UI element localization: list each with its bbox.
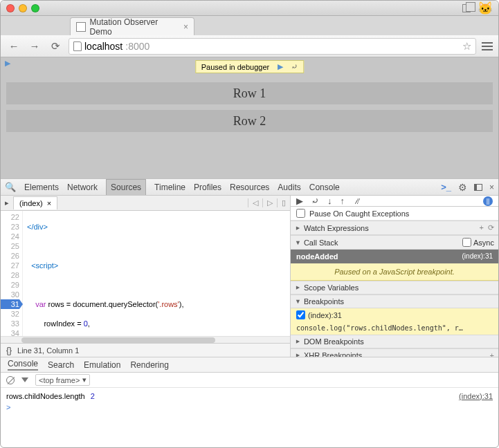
step-into-button[interactable]: ↓ — [327, 196, 332, 206]
fullscreen-icon[interactable] — [462, 4, 471, 12]
tab-timeline[interactable]: Timeline — [154, 183, 185, 192]
devtools-drawer: Console Search Emulation Rendering <top … — [1, 357, 498, 434]
page-row: Row 2 — [6, 110, 493, 132]
devtools: 🔍 Elements Network Sources Timeline Prof… — [1, 178, 498, 448]
paused-label: Paused in debugger — [201, 63, 269, 71]
tab-resources[interactable]: Resources — [230, 183, 269, 192]
window-titlebar: 🐱 — [1, 1, 498, 16]
console-value: 2 — [91, 392, 95, 400]
console-source-link[interactable]: (index):31 — [459, 392, 493, 400]
resume-button[interactable]: ▶ — [296, 196, 303, 206]
tab-profiles[interactable]: Profiles — [194, 183, 221, 192]
horizontal-scrollbar[interactable] — [1, 336, 290, 343]
breakpoints-section-header[interactable]: ▼Breakpoints — [291, 295, 498, 308]
profile-icon[interactable]: 🐱 — [478, 1, 493, 16]
line-gutter[interactable]: 2223 2425 2627 2829 3031 3233 3435 3637 — [1, 211, 23, 336]
browser-toolbar: ← → ⟳ localhost:8000 ☆ — [1, 35, 498, 57]
url-port: :8000 — [125, 41, 149, 52]
clear-console-icon[interactable] — [6, 376, 15, 384]
reload-button[interactable]: ⟳ — [48, 39, 63, 54]
browser-tab[interactable]: Mutation Observer Demo × — [70, 17, 194, 35]
async-checkbox[interactable] — [462, 238, 471, 247]
settings-icon[interactable]: ⚙ — [458, 182, 467, 193]
cursor-position: Line 31, Column 1 — [17, 346, 79, 355]
editor-statusbar: {} Line 31, Column 1 — [1, 343, 290, 357]
debugger-sidebar: ▶ ⤾ ↓ ↑ ⫽ || Pause On Caught Exceptions … — [291, 196, 498, 357]
add-watch-icon[interactable]: + — [480, 223, 484, 232]
xhr-bp-section-header[interactable]: ▼XHR Breakpoints+ — [291, 348, 498, 357]
chrome-menu-button[interactable] — [482, 42, 493, 50]
watch-section-header[interactable]: ▼Watch Expressions +⟳ — [291, 221, 498, 235]
dock-side-icon[interactable] — [474, 184, 482, 191]
pretty-print-icon[interactable]: {} — [6, 346, 12, 355]
callstack-frame[interactable]: nodeAdded (index):31 — [291, 250, 498, 263]
pause-exceptions-button[interactable]: || — [483, 196, 493, 206]
breakpoint-snippet[interactable]: console.log("rows.childNodes.length", r… — [291, 321, 498, 335]
pause-caught-checkbox[interactable] — [296, 209, 305, 218]
traffic-lights — [6, 4, 39, 12]
sources-editor: ▸ (index) × ◁ ▷ ▯ 2223 2425 2627 2829 30… — [1, 196, 291, 357]
forward-button[interactable]: → — [27, 39, 42, 54]
scope-section-header[interactable]: ▼Scope Variables — [291, 281, 498, 295]
drawer-tab-console[interactable]: Console — [8, 359, 38, 371]
tab-elements[interactable]: Elements — [24, 183, 59, 192]
file-tab[interactable]: (index) × — [13, 196, 57, 209]
page-viewport: ▶ Paused in debugger ▶ ⤾ Row 1 Row 2 — [1, 57, 498, 178]
page-icon — [73, 41, 82, 51]
inspect-icon[interactable]: 🔍 — [5, 182, 16, 192]
file-name: (index) — [19, 199, 43, 207]
code-content[interactable]: </div> <script> var rows = document.quer… — [23, 211, 290, 336]
url-host: localhost — [84, 41, 123, 52]
step-over-button[interactable]: ⤾ — [291, 62, 298, 71]
show-navigator-icon[interactable]: ▯ — [277, 198, 290, 207]
debugger-toolbar: ▶ ⤾ ↓ ↑ ⫽ || — [291, 196, 498, 207]
tab-console[interactable]: Console — [309, 183, 340, 192]
step-out-button[interactable]: ↑ — [341, 196, 345, 206]
add-xhr-bp-icon[interactable]: + — [490, 351, 494, 357]
bookmark-star-icon[interactable]: ☆ — [462, 40, 471, 53]
tab-audits[interactable]: Audits — [278, 183, 300, 192]
tab-title: Mutation Observer Demo — [90, 17, 179, 37]
refresh-watch-icon[interactable]: ⟳ — [488, 223, 494, 232]
drawer-tab-search[interactable]: Search — [48, 360, 74, 370]
devtools-tabbar: 🔍 Elements Network Sources Timeline Prof… — [1, 179, 498, 196]
breakpoint-location[interactable]: (index):31 — [308, 311, 342, 319]
pause-caught-label: Pause On Caught Exceptions — [309, 209, 409, 218]
page-row: Row 1 — [6, 82, 493, 104]
tab-network[interactable]: Network — [67, 183, 98, 192]
drawer-tabbar: Console Search Emulation Rendering — [1, 357, 498, 373]
back-button[interactable]: ← — [6, 39, 21, 54]
history-fwd-icon[interactable]: ▷ — [262, 198, 277, 207]
drawer-tab-emulation[interactable]: Emulation — [84, 360, 120, 370]
favicon-icon — [76, 22, 86, 32]
frame-selector[interactable]: <top frame>▾ — [35, 374, 90, 386]
minimize-window-button[interactable] — [19, 4, 27, 12]
devtools-close-icon[interactable]: × — [489, 183, 494, 192]
paused-reason: Paused on a JavaScript breakpoint. — [291, 263, 498, 281]
page-paused-icon[interactable]: ▶ — [5, 59, 10, 68]
paused-overlay: Paused in debugger ▶ ⤾ — [195, 60, 304, 73]
dom-bp-section-header[interactable]: ▼DOM Breakpoints — [291, 335, 498, 348]
console-message: rows.childNodes.length — [6, 392, 85, 400]
tab-sources[interactable]: Sources — [106, 179, 146, 195]
navigator-toggle-icon[interactable]: ▸ — [1, 198, 13, 207]
console-output[interactable]: rows.childNodes.length 2 (index):31 > — [1, 388, 498, 416]
deactivate-bp-button[interactable]: ⫽ — [353, 196, 362, 206]
drawer-tab-rendering[interactable]: Rendering — [130, 360, 168, 370]
console-prompt[interactable]: > — [6, 402, 493, 413]
resume-button[interactable]: ▶ — [278, 62, 283, 71]
filter-icon[interactable] — [21, 377, 28, 382]
browser-tabstrip: Mutation Observer Demo × — [1, 16, 498, 35]
callstack-section-header[interactable]: ▼Call Stack Async — [291, 235, 498, 250]
close-window-button[interactable] — [6, 4, 15, 12]
zoom-window-button[interactable] — [31, 4, 39, 12]
toggle-drawer-button[interactable]: >_ — [441, 182, 451, 192]
history-back-icon[interactable]: ◁ — [248, 198, 262, 207]
tab-close-icon[interactable]: × — [183, 22, 188, 32]
file-close-icon[interactable]: × — [47, 199, 51, 207]
omnibox[interactable]: localhost:8000 ☆ — [69, 38, 476, 55]
breakpoint-checkbox[interactable] — [296, 310, 305, 319]
step-over-button[interactable]: ⤾ — [311, 196, 319, 206]
